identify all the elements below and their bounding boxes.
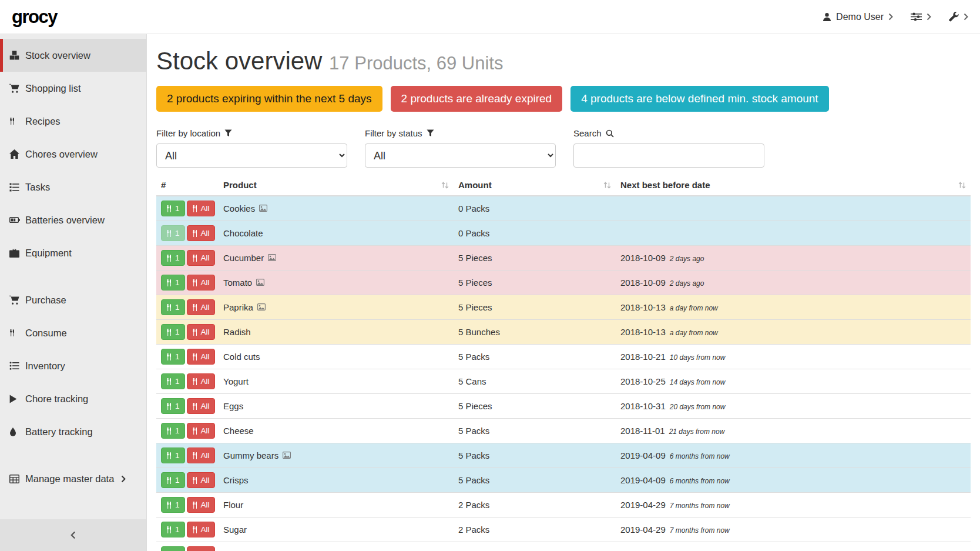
consume-one-button[interactable]: 1 [161,546,185,551]
sidebar-item-battery-tracking[interactable]: Battery tracking [0,415,146,448]
consume-one-button[interactable]: 1 [161,423,185,439]
consume-all-button[interactable]: All [187,448,215,463]
sidebar-item-label: Consume [25,328,67,339]
product-name[interactable]: Gummy bears [223,450,278,460]
consume-all-button[interactable]: All [187,546,215,551]
consume-one-button[interactable]: 1 [161,398,185,414]
sidebar-item-batteries-overview[interactable]: Batteries overview [0,203,146,236]
sidebar-item-stock-overview[interactable]: Stock overview [0,39,146,72]
product-cell: Noodles [219,542,454,551]
consume-one-button[interactable]: 1 [161,349,185,365]
consume-all-button[interactable]: All [187,225,215,241]
sidebar-item-chore-tracking[interactable]: Chore tracking [0,382,146,415]
product-name[interactable]: Crisps [223,475,249,485]
product-name[interactable]: Radish [223,327,251,337]
consume-all-button[interactable]: All [187,250,215,266]
consume-one-button[interactable]: 1 [161,324,185,340]
best-before-relative: 7 months from now [670,502,730,510]
sidebar-item-purchase[interactable]: Purchase [0,283,146,316]
play-icon [9,395,25,403]
row-actions-cell: 1All [156,493,219,517]
consume-one-label: 1 [175,352,180,361]
product-name[interactable]: Yogurt [223,376,249,386]
utensils-icon [166,230,172,237]
product-amount: 2 Packs [454,517,616,542]
consume-all-button[interactable]: All [187,522,215,537]
consume-all-button[interactable]: All [187,299,215,315]
consume-all-label: All [201,451,210,460]
consume-one-button[interactable]: 1 [161,472,185,488]
consume-all-button[interactable]: All [187,472,215,488]
utensils-icon [166,378,172,385]
best-before-relative: 6 months from now [670,452,730,460]
utensils-icon [166,526,172,533]
consume-one-button[interactable]: 1 [161,497,185,513]
briefcase-icon [9,249,25,258]
date-cell: 2019-04-096 months from now [616,443,971,468]
sidebar-item-chores-overview[interactable]: Chores overview [0,138,146,171]
product-name[interactable]: Cold cuts [223,352,260,362]
col-header-amount[interactable]: Amount [454,175,616,196]
consume-one-label: 1 [175,451,180,460]
sidebar-item-shopping-list[interactable]: Shopping list [0,72,146,105]
product-amount: 2 Packs [454,493,616,517]
status-filter-select[interactable]: All [365,143,556,168]
col-header-date[interactable]: Next best before date [616,175,971,196]
product-name[interactable]: Cucumber [223,253,264,263]
sidebar-item-label: Chore tracking [25,393,88,405]
consume-all-button[interactable]: All [187,398,215,414]
admin-menu[interactable] [949,12,968,22]
sidebar-item-inventory[interactable]: Inventory [0,349,146,382]
product-name[interactable]: Chocolate [223,228,263,238]
table-header-row: # Product Amount Next best before date [156,175,971,196]
consume-all-button[interactable]: All [187,324,215,340]
consume-all-button[interactable]: All [187,201,215,216]
settings-menu[interactable] [911,12,931,21]
consume-one-button[interactable]: 1 [161,275,185,290]
sidebar-collapse-button[interactable] [0,519,146,551]
location-filter-select[interactable]: All [156,143,347,168]
alert-button-expiring-soon[interactable]: 2 products expiring within the next 5 da… [156,86,382,112]
consume-all-button[interactable]: All [187,373,215,389]
product-name[interactable]: Paprika [223,302,253,312]
product-name[interactable]: Tomato [223,278,252,288]
consume-all-button[interactable]: All [187,497,215,513]
consume-one-button[interactable]: 1 [161,225,185,241]
product-cell: Yogurt [219,369,454,394]
sidebar-item-recipes[interactable]: Recipes [0,105,146,138]
sidebar-item-tasks[interactable]: Tasks [0,171,146,203]
product-name[interactable]: Sugar [223,525,247,535]
product-amount: 0 Packs [454,221,616,246]
consume-one-button[interactable]: 1 [161,522,185,537]
col-header-product[interactable]: Product [219,175,454,196]
consume-one-button[interactable]: 1 [161,299,185,315]
consume-one-button[interactable]: 1 [161,373,185,389]
product-name[interactable]: Cheese [223,426,254,436]
consume-one-button[interactable]: 1 [161,448,185,463]
search-input[interactable] [573,143,764,168]
user-menu[interactable]: Demo User [823,12,893,22]
consume-all-button[interactable]: All [187,423,215,439]
product-name[interactable]: Cookies [223,203,255,213]
utensils-icon [192,477,198,484]
product-name[interactable]: Flour [223,500,243,510]
search-filter: Search [573,128,764,168]
sidebar-section: Stock overviewShopping listRecipesChores… [0,39,146,269]
sidebar-item-manage-master-data[interactable]: Manage master data [0,462,146,495]
battery-icon [9,216,25,223]
consume-one-button[interactable]: 1 [161,250,185,266]
chevron-right-icon [121,475,137,483]
consume-all-button[interactable]: All [187,349,215,365]
consume-all-button[interactable]: All [187,275,215,290]
sidebar-item-equipment[interactable]: Equipment [0,236,146,269]
chevron-right-icon [888,13,893,21]
alert-button-below-min-stock[interactable]: 4 products are below defined min. stock … [570,86,828,112]
col-header-number: # [156,175,219,196]
location-filter-label: Filter by location [156,128,347,138]
product-amount: 5 Packs [454,468,616,493]
consume-one-button[interactable]: 1 [161,201,185,216]
product-name[interactable]: Eggs [223,401,243,411]
sidebar-item-consume[interactable]: Consume [0,316,146,349]
alert-button-expired[interactable]: 2 products are already expired [391,86,563,112]
utensils-icon [166,255,172,262]
